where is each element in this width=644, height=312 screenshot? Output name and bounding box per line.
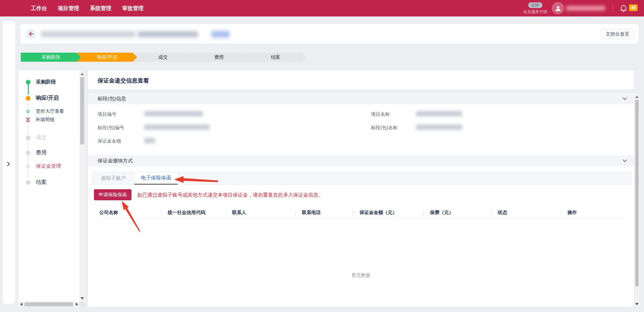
active-dot-icon (26, 96, 31, 101)
col-company-name: 公司名称 (98, 207, 161, 218)
project-title-redacted (41, 31, 135, 37)
notification-count-badge[interactable]: 46 (629, 4, 638, 11)
scroll-right-arrow-icon[interactable] (76, 303, 78, 306)
vip-upgrade[interactable]: VIP 会员服务升级 (522, 2, 549, 15)
phase-sidebar: 采购阶段 响应/开启 竞价大厅查看 补填明细 成交 费用 保证金管理 结案 (18, 70, 85, 307)
collapse-chevron-icon[interactable] (623, 97, 627, 100)
field-value-deposit-amount-redacted (144, 138, 155, 143)
username-redacted (566, 6, 605, 11)
console-home-button[interactable]: 主控台首页 (601, 29, 634, 39)
field-label-deposit-amount: 保证金金额 (98, 138, 121, 144)
expand-panel-chevron-icon[interactable] (7, 162, 10, 166)
col-premium: 保费（元） (423, 207, 491, 218)
sidebar-item-fees[interactable]: 费用 (26, 149, 47, 156)
sidebar-scrollbar-thumb[interactable] (80, 77, 84, 144)
timeline-connector-green (28, 84, 29, 95)
sub-step-ring-icon (26, 165, 30, 168)
field-value-project-name-redacted (416, 111, 462, 116)
section-title: 标段(包)信息 (98, 96, 126, 102)
content-scrollbar-thumb[interactable] (635, 100, 639, 286)
col-actions: 操作 (561, 207, 624, 218)
nav-divider (612, 4, 613, 12)
apply-insurance-guarantee-button[interactable]: 申请保险保函 (94, 189, 131, 200)
scroll-up-arrow-icon[interactable] (80, 73, 84, 75)
field-label-package-no: 标段(包)编号 (98, 125, 124, 131)
main-menu: 工作台 项目管理 系统管理 审批管理 (31, 0, 144, 16)
pending-dot-icon (26, 151, 31, 155)
back-button[interactable] (26, 29, 36, 39)
scrollbar-corner (79, 302, 85, 307)
sub-step-ring-icon (26, 110, 30, 113)
sidebar-item-label: 采购阶段 (36, 79, 56, 85)
section-title: 保证金缴纳方式 (98, 158, 133, 164)
field-value-package-no-redacted (144, 124, 210, 130)
field-value-project-no-redacted (144, 111, 203, 116)
menu-item-system-management[interactable]: 系统管理 (90, 0, 111, 16)
sidebar-item-deposit-management[interactable]: 保证金管理 (26, 163, 61, 169)
field-value-package-name-redacted (416, 124, 462, 130)
pending-dot-icon (26, 180, 31, 185)
sidebar-item-label: 成交 (36, 134, 47, 141)
sidebar-item-response-open[interactable]: 响应/开启 (26, 95, 59, 102)
sidebar-item-label: 补填明细 (36, 117, 54, 123)
tab-virtual-subaccount[interactable]: 虚拟子账户 (93, 172, 134, 185)
col-contact-person: 联系人 (225, 207, 295, 218)
sidebar-item-bidding-hall[interactable]: 竞价大厅查看 (26, 108, 64, 114)
sidebar-item-label: 竞价大厅查看 (36, 108, 64, 114)
pending-dot-icon (26, 136, 31, 140)
field-label-project-no: 项目编号 (98, 111, 116, 117)
hourglass-icon (25, 117, 31, 122)
duplicate-deposit-warning: 如已通过虚拟子账号或其他方式递交本项目保证金，请勿重复在此录入保证金信息。 (137, 192, 323, 198)
menu-item-workbench[interactable]: 工作台 (31, 0, 47, 16)
step-closing[interactable]: 结案 (245, 53, 306, 62)
sidebar-item-label: 响应/开启 (36, 95, 59, 102)
sidebar-item-deal: 成交 (26, 134, 47, 141)
menu-item-project-management[interactable]: 项目管理 (58, 0, 79, 16)
scroll-left-arrow-icon[interactable] (20, 303, 22, 306)
table-empty-state: 暂无数据 (88, 272, 634, 278)
person-icon (555, 5, 561, 12)
status-chip-redacted (211, 31, 229, 38)
section-header-package-info[interactable]: 标段(包)信息 (88, 93, 634, 104)
section-header-payment-method[interactable]: 保证金缴纳方式 (88, 155, 634, 166)
field-label-package-name: 标段(包)名称 (371, 125, 397, 131)
sidebar-item-procurement-phase[interactable]: 采购阶段 (26, 79, 56, 85)
content-title-card (88, 70, 634, 90)
col-credit-code: 统一社会信用代码 (161, 207, 225, 218)
sidebar-item-label: 保证金管理 (36, 163, 61, 169)
notification-bell-icon[interactable] (620, 4, 627, 12)
done-dot-icon (26, 80, 31, 85)
step-deal[interactable]: 成交 (133, 53, 193, 62)
scroll-up-arrow-icon[interactable] (635, 96, 639, 98)
vip-icon: VIP (528, 2, 542, 8)
scroll-down-arrow-icon[interactable] (635, 303, 639, 305)
page-title: 保证金递交信息查看 (98, 77, 149, 85)
arrow-left-icon (29, 32, 34, 36)
sidebar-hscrollbar-thumb[interactable] (24, 302, 73, 306)
tab-electronic-insurance-guarantee[interactable]: 电子保险保函 (134, 172, 178, 185)
field-label-project-name: 项目名称 (371, 111, 390, 117)
step-fees[interactable]: 费用 (189, 53, 249, 62)
col-deposit-amount: 保证金金额（元） (353, 207, 423, 218)
step-procurement-phase[interactable]: 采购阶段 (21, 53, 81, 62)
menu-item-approval-management[interactable]: 审批管理 (122, 0, 144, 16)
guarantee-table-header: 公司名称 统一社会信用代码 联系人 联系电话 保证金金额（元） 保费（元） 状态… (98, 207, 624, 218)
step-response-open[interactable]: 响应/开启 (77, 53, 137, 62)
sidebar-item-label: 费用 (36, 149, 47, 156)
sidebar-item-label: 结案 (36, 179, 47, 186)
col-status: 状态 (491, 207, 561, 218)
project-title-redacted-2 (138, 31, 198, 37)
vip-caption: 会员服务升级 (522, 9, 549, 15)
collapse-chevron-icon[interactable] (623, 159, 627, 162)
sidebar-item-closing[interactable]: 结案 (26, 179, 47, 186)
scroll-down-arrow-icon[interactable] (80, 297, 84, 300)
sidebar-item-fill-details[interactable]: 补填明细 (25, 117, 54, 123)
col-contact-phone: 联系电话 (295, 207, 353, 218)
user-avatar[interactable] (552, 2, 564, 14)
